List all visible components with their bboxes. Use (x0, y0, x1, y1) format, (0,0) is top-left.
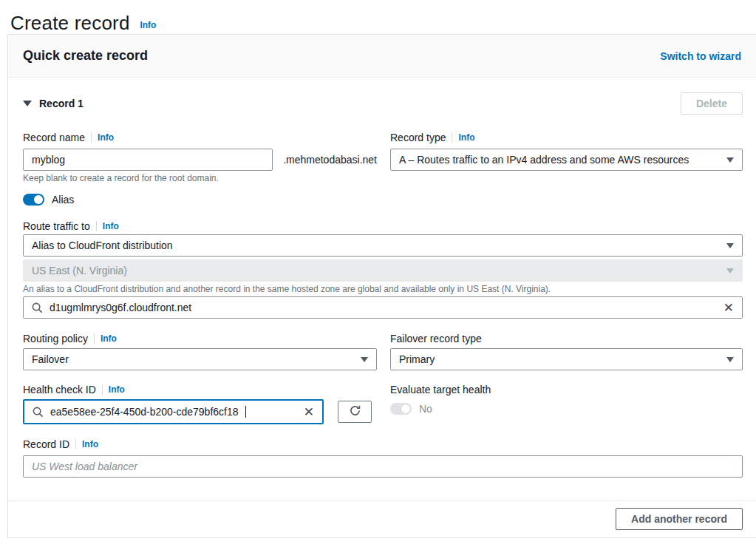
footer-row: Add another record (23, 508, 743, 530)
health-check-field: Health check ID Info ea5e58ee-25f4-450d-… (23, 384, 377, 424)
record-name-info-link[interactable]: Info (98, 132, 114, 143)
route-traffic-selected-value: Alias to CloudFront distribution (32, 240, 173, 251)
evaluate-health-field: Evaluate target health No (390, 384, 743, 424)
endpoint-value: d1ugmlmrys0g6f.cloudfront.net (50, 302, 191, 313)
toggle-knob-icon (34, 195, 43, 204)
routing-row: Routing policy Info Failover Failover re… (23, 333, 743, 370)
page-title: Create record (10, 12, 130, 35)
evaluate-health-toggle (390, 403, 412, 415)
label-separator (102, 384, 103, 395)
caret-down-icon (726, 243, 734, 248)
record-name-field: Record name Info .mehmetodabasi.net Keep… (23, 132, 377, 183)
route-traffic-label: Route traffic to (23, 221, 90, 231)
health-row-grid: Health check ID Info ea5e58ee-25f4-450d-… (23, 384, 743, 424)
panel-body: Record 1 Delete Record name Info .mehmet… (8, 78, 756, 538)
evaluate-health-label: Evaluate target health (390, 384, 491, 395)
route-traffic-helper: An alias to a CloudFront distribution an… (23, 285, 743, 293)
page-header: Create record Info (0, 0, 756, 34)
name-type-row: Record name Info .mehmetodabasi.net Keep… (23, 132, 743, 183)
health-check-input-row: ea5e58ee-25f4-450d-b200-cde79bf6cf18 ✕ (23, 399, 377, 424)
alias-label: Alias (52, 194, 74, 206)
refresh-icon (349, 404, 361, 419)
health-check-info-link[interactable]: Info (109, 384, 125, 395)
collapse-triangle-icon (23, 101, 32, 106)
record-type-label-row: Record type Info (390, 132, 743, 143)
record-id-input[interactable] (23, 455, 743, 478)
label-separator (452, 132, 452, 143)
footer-divider (8, 500, 756, 501)
record-title: Record 1 (39, 98, 84, 109)
alias-toggle-row: Alias (23, 193, 743, 206)
failover-type-select[interactable]: Primary (390, 348, 743, 370)
health-check-label-row: Health check ID Info (23, 384, 377, 395)
search-icon (33, 407, 44, 418)
record-name-input[interactable] (23, 149, 273, 171)
label-separator (96, 221, 97, 231)
caret-down-icon (726, 157, 734, 163)
record-type-select[interactable]: A – Routes traffic to an IPv4 address an… (390, 149, 743, 171)
region-selected-value: US East (N. Virginia) (32, 265, 127, 276)
switch-to-wizard-link[interactable]: Switch to wizard (660, 50, 741, 62)
evaluate-health-label-row: Evaluate target health (390, 384, 743, 395)
record-id-field: Record ID Info (23, 439, 743, 478)
clear-endpoint-icon[interactable]: ✕ (723, 302, 734, 314)
refresh-health-checks-button[interactable] (338, 401, 372, 423)
record-name-label: Record name (23, 132, 85, 143)
add-another-record-button[interactable]: Add another record (616, 508, 743, 530)
route-traffic-label-row: Route traffic to Info (23, 221, 743, 231)
alias-toggle[interactable] (23, 194, 44, 206)
panel-title: Quick create record (23, 48, 148, 64)
region-select: US East (N. Virginia) (23, 259, 743, 282)
record-name-label-row: Record name Info (23, 132, 377, 143)
label-separator (91, 132, 92, 143)
label-separator (75, 439, 76, 449)
route-traffic-select[interactable]: Alias to CloudFront distribution (23, 234, 743, 257)
record-id-label: Record ID (23, 439, 69, 449)
evaluate-health-value: No (419, 403, 432, 415)
delete-record-button[interactable]: Delete (681, 92, 743, 115)
record-type-field: Record type Info A – Routes traffic to a… (390, 132, 743, 183)
health-check-input[interactable]: ea5e58ee-25f4-450d-b200-cde79bf6cf18 ✕ (23, 399, 324, 424)
health-check-value: ea5e58ee-25f4-450d-b200-cde79bf6cf18 (50, 406, 239, 418)
quick-create-panel: Quick create record Switch to wizard Rec… (7, 34, 756, 538)
route-traffic-section: Route traffic to Info Alias to CloudFron… (23, 221, 743, 319)
search-icon (32, 302, 43, 313)
failover-type-label: Failover record type (390, 333, 482, 344)
label-separator (94, 333, 95, 344)
record-header-row: Record 1 Delete (23, 92, 743, 115)
page-info-link[interactable]: Info (140, 20, 156, 30)
routing-policy-selected-value: Failover (32, 353, 69, 365)
domain-suffix: .mehmetodabasi.net (283, 154, 377, 166)
health-check-label: Health check ID (23, 384, 96, 395)
routing-policy-select[interactable]: Failover (23, 348, 377, 370)
endpoint-search-input[interactable]: d1ugmlmrys0g6f.cloudfront.net ✕ (23, 296, 743, 319)
record-id-label-row: Record ID Info (23, 439, 743, 449)
route-traffic-info-link[interactable]: Info (103, 221, 119, 231)
record-type-info-link[interactable]: Info (458, 132, 474, 143)
text-cursor (245, 406, 246, 418)
evaluate-health-toggle-row: No (390, 402, 743, 415)
routing-policy-label-row: Routing policy Info (23, 333, 377, 344)
caret-down-icon (726, 357, 734, 362)
record-type-label: Record type (390, 132, 446, 143)
caret-down-icon (361, 357, 368, 362)
failover-type-label-row: Failover record type (390, 333, 743, 344)
record-id-info-link[interactable]: Info (82, 439, 98, 449)
failover-type-selected-value: Primary (399, 353, 435, 365)
record-type-selected-value: A – Routes traffic to an IPv4 address an… (399, 154, 689, 166)
clear-health-check-icon[interactable]: ✕ (304, 406, 314, 418)
record-collapse-toggle[interactable]: Record 1 (23, 98, 84, 109)
record-name-input-row: .mehmetodabasi.net (23, 149, 377, 171)
failover-type-field: Failover record type Primary (390, 333, 743, 370)
record-name-helper: Keep blank to create a record for the ro… (23, 174, 377, 183)
panel-header: Quick create record Switch to wizard (8, 35, 756, 78)
routing-policy-field: Routing policy Info Failover (23, 333, 377, 370)
toggle-knob-icon (401, 404, 410, 413)
caret-down-icon (726, 268, 734, 274)
routing-policy-label: Routing policy (23, 333, 88, 344)
routing-policy-info-link[interactable]: Info (101, 333, 117, 344)
